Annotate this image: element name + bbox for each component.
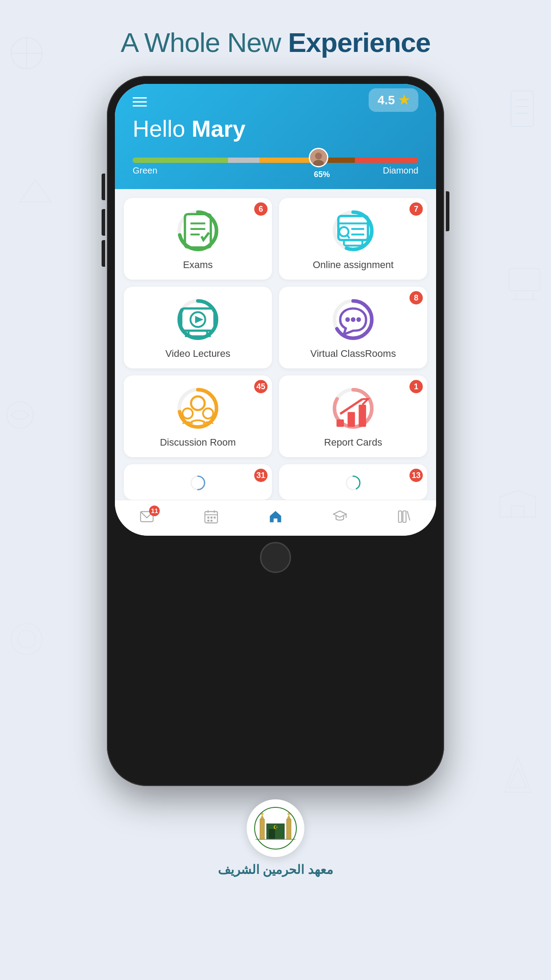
circle-discussion-room [176, 386, 220, 431]
svg-point-45 [356, 317, 361, 322]
badge-online-assignment: 7 [409, 202, 423, 216]
nav-calendar[interactable] [197, 506, 225, 527]
tiles-grid: 6 [124, 198, 427, 500]
svg-rect-72 [398, 511, 401, 522]
label-virtual-classrooms: Virtual ClassRooms [311, 348, 396, 360]
progress-percent-label: 65% [314, 170, 330, 179]
svg-rect-66 [211, 517, 213, 518]
tile-report-cards[interactable]: 1 [279, 375, 427, 457]
svg-marker-77 [260, 815, 264, 819]
svg-rect-73 [403, 511, 406, 522]
online-assignment-icon [331, 209, 375, 253]
tile-online-assignment[interactable]: 7 [279, 198, 427, 280]
institution-logo: ☪ [247, 799, 304, 857]
svg-rect-76 [260, 819, 264, 839]
home-button[interactable] [260, 542, 291, 573]
progress-red [355, 158, 418, 163]
logo-text: معهد الحرمين الشريف [218, 862, 334, 877]
exams-icon [176, 209, 220, 253]
bottom-nav: 11 [115, 500, 436, 536]
svg-marker-37 [195, 316, 204, 324]
label-exams: Exams [183, 259, 213, 271]
badge-discussion-room: 45 [254, 380, 268, 393]
nav-books[interactable] [390, 506, 418, 527]
phone-screen: Hello Mary 4.5 ★ 65% [115, 84, 436, 536]
badge-exams: 6 [254, 202, 268, 216]
svg-rect-75 [269, 829, 275, 839]
label-online-assignment: Online assignment [313, 259, 394, 271]
user-avatar [309, 148, 328, 167]
tile-partial-1[interactable]: 31 [124, 464, 272, 500]
nav-home[interactable] [262, 506, 289, 527]
circle-report-cards [331, 386, 375, 431]
tile-discussion-room[interactable]: 45 [124, 375, 272, 457]
hamburger-menu[interactable] [133, 97, 147, 107]
svg-point-0 [11, 38, 42, 69]
greeting-text: Hello Mary [133, 115, 369, 142]
svg-point-14 [18, 630, 35, 648]
nav-mail[interactable]: 11 [133, 506, 161, 527]
progress-green [133, 158, 228, 163]
phone-shell: Hello Mary 4.5 ★ 65% [107, 76, 444, 786]
star-icon: ★ [398, 93, 409, 107]
circle-exams [176, 209, 220, 253]
svg-point-11 [7, 402, 33, 428]
svg-point-16 [315, 153, 322, 160]
app-header: Hello Mary 4.5 ★ 65% [115, 84, 436, 189]
progress-labels: Green Diamond [133, 166, 418, 176]
svg-rect-69 [211, 520, 213, 522]
label-report-cards: Report Cards [324, 437, 382, 448]
svg-rect-12 [511, 506, 524, 517]
svg-rect-7 [509, 269, 540, 291]
circle-virtual-classrooms [331, 297, 375, 342]
app-content: 6 [115, 189, 436, 500]
progress-section: 65% Green Diamond [133, 158, 418, 176]
svg-rect-54 [348, 412, 355, 427]
page-headline: A Whole New Experience [121, 27, 430, 58]
svg-rect-32 [344, 240, 362, 246]
badge-partial-2: 13 [409, 469, 423, 482]
svg-point-44 [351, 317, 355, 322]
svg-rect-3 [511, 91, 533, 126]
tile-virtual-classrooms[interactable]: 8 [279, 287, 427, 368]
progress-bar [133, 158, 418, 163]
svg-rect-79 [287, 819, 291, 839]
svg-marker-80 [287, 815, 291, 819]
nav-graduation[interactable] [326, 506, 354, 527]
svg-rect-68 [208, 520, 209, 522]
video-lectures-icon [176, 297, 220, 342]
circle-online-assignment [331, 209, 375, 253]
svg-point-50 [203, 408, 213, 419]
svg-point-13 [11, 624, 42, 655]
progress-label-left: Green [133, 166, 157, 176]
svg-point-43 [345, 317, 350, 322]
svg-rect-65 [208, 517, 209, 518]
label-discussion-room: Discussion Room [160, 437, 236, 448]
tile-exams[interactable]: 6 [124, 198, 272, 280]
badge-report-cards: 1 [409, 380, 423, 393]
tile-video-lectures[interactable]: Video Lectures [124, 287, 272, 368]
svg-text:☪: ☪ [273, 824, 278, 830]
rating-badge: 4.5 ★ [369, 88, 418, 112]
label-video-lectures: Video Lectures [165, 348, 230, 360]
tile-partial-2[interactable]: 13 [279, 464, 427, 500]
nav-badge-mail: 11 [149, 506, 160, 516]
svg-rect-55 [359, 405, 366, 427]
svg-point-49 [182, 408, 193, 419]
svg-point-48 [191, 396, 205, 410]
report-cards-icon [331, 386, 375, 431]
discussion-room-icon [176, 386, 220, 431]
svg-rect-67 [214, 517, 216, 518]
home-button-area [115, 536, 436, 581]
svg-rect-53 [337, 419, 344, 427]
svg-marker-70 [334, 511, 346, 517]
circle-video-lectures [176, 297, 220, 342]
progress-gray [228, 158, 260, 163]
progress-label-right: Diamond [383, 166, 418, 176]
logo-area: ☪ معهد الحرمين الشريف [218, 799, 334, 877]
svg-rect-20 [185, 214, 211, 248]
svg-line-31 [346, 234, 349, 238]
badge-virtual-classrooms: 8 [409, 291, 423, 304]
virtual-classrooms-icon [331, 297, 375, 342]
badge-partial-1: 31 [254, 469, 268, 482]
